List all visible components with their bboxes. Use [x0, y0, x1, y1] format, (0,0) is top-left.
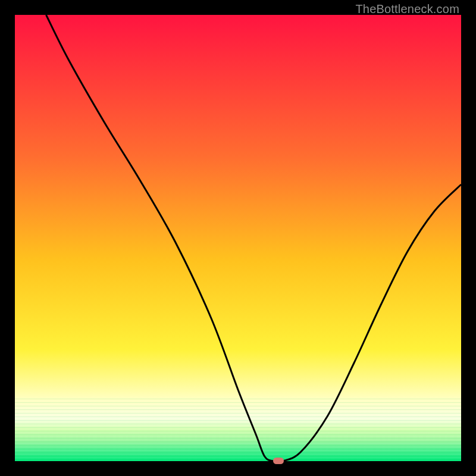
- watermark-text: TheBottleneck.com: [355, 2, 459, 16]
- curve-path: [46, 15, 462, 462]
- optimal-point-marker: [273, 458, 284, 464]
- bottleneck-curve: [15, 15, 461, 461]
